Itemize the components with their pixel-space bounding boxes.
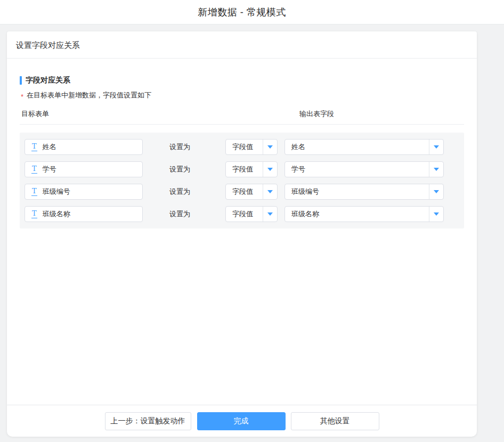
other-settings-button[interactable]: 其他设置	[291, 412, 379, 430]
value-type-select[interactable]: 字段值	[225, 161, 278, 177]
mapping-row: T 姓名 设置为 字段值 姓名	[25, 139, 464, 155]
card-title: 设置字段对应关系	[7, 31, 477, 59]
output-field-select[interactable]: 班级名称	[284, 206, 444, 222]
column-header-output-fields: 输出表字段	[299, 109, 334, 119]
value-type-select[interactable]: 字段值	[225, 184, 278, 200]
output-field-select[interactable]: 班级编号	[284, 184, 444, 200]
value-type-value: 字段值	[226, 165, 263, 174]
required-asterisk: *	[21, 93, 23, 101]
value-type-value: 字段值	[226, 142, 263, 152]
caret-down-icon	[263, 162, 277, 177]
section-title-label: 字段对应关系	[26, 76, 70, 85]
field-mapping-panel: T 姓名 设置为 字段值 姓名 T 学号 设置为	[20, 133, 464, 228]
mapping-row: T 学号 设置为 字段值 学号	[25, 161, 464, 177]
value-type-select[interactable]: 字段值	[225, 206, 278, 222]
caret-down-icon	[263, 207, 277, 222]
footer-bar: 上一步：设置触发动作 完成 其他设置	[7, 405, 477, 437]
output-field-select[interactable]: 学号	[284, 161, 444, 177]
output-field-value: 班级编号	[285, 187, 429, 197]
output-field-select[interactable]: 姓名	[284, 139, 444, 155]
text-field-icon: T	[31, 165, 37, 174]
accent-bar	[20, 76, 22, 85]
target-field-input[interactable]: T 学号	[25, 161, 143, 177]
text-field-icon: T	[31, 210, 37, 218]
target-field-label: 姓名	[43, 142, 56, 152]
page-title: 新增数据 - 常规模式	[198, 6, 286, 19]
value-type-select[interactable]: 字段值	[225, 139, 278, 155]
settings-card: 设置字段对应关系 字段对应关系 * 在目标表单中新增数据，字段值设置如下 目标表…	[7, 31, 477, 437]
output-field-value: 姓名	[285, 142, 429, 152]
relation-label: 设置为	[169, 209, 191, 219]
target-field-input[interactable]: T 姓名	[25, 139, 143, 155]
top-bar: 新增数据 - 常规模式	[0, 0, 504, 24]
value-type-value: 字段值	[226, 187, 263, 197]
column-header-target-form: 目标表单	[20, 109, 299, 119]
relation-label: 设置为	[169, 187, 191, 197]
caret-down-icon	[429, 207, 443, 222]
output-field-value: 学号	[285, 165, 429, 174]
relation-label: 设置为	[169, 165, 191, 174]
back-button[interactable]: 上一步：设置触发动作	[105, 412, 191, 430]
target-field-input[interactable]: T 班级名称	[25, 206, 143, 222]
finish-button[interactable]: 完成	[197, 412, 286, 430]
caret-down-icon	[263, 184, 277, 199]
output-field-value: 班级名称	[285, 209, 429, 219]
section-title: 字段对应关系	[20, 76, 464, 85]
value-type-value: 字段值	[226, 209, 263, 219]
mapping-row: T 班级名称 设置为 字段值 班级名称	[25, 206, 464, 222]
text-field-icon: T	[31, 187, 37, 196]
target-field-label: 学号	[43, 165, 56, 174]
caret-down-icon	[429, 162, 443, 177]
text-field-icon: T	[31, 143, 37, 151]
caret-down-icon	[263, 140, 277, 154]
target-field-label: 班级编号	[43, 187, 70, 197]
note-text: 在目标表单中新增数据，字段值设置如下	[27, 91, 151, 100]
target-field-input[interactable]: T 班级编号	[25, 184, 143, 200]
caret-down-icon	[429, 184, 443, 199]
relation-label: 设置为	[169, 142, 191, 152]
column-headers: 目标表单 输出表字段	[20, 109, 464, 125]
target-field-label: 班级名称	[43, 209, 70, 219]
caret-down-icon	[429, 140, 443, 154]
mapping-row: T 班级编号 设置为 字段值 班级编号	[25, 184, 464, 200]
note-line: * 在目标表单中新增数据，字段值设置如下	[20, 91, 464, 100]
card-body: 字段对应关系 * 在目标表单中新增数据，字段值设置如下 目标表单 输出表字段 T…	[7, 76, 477, 228]
